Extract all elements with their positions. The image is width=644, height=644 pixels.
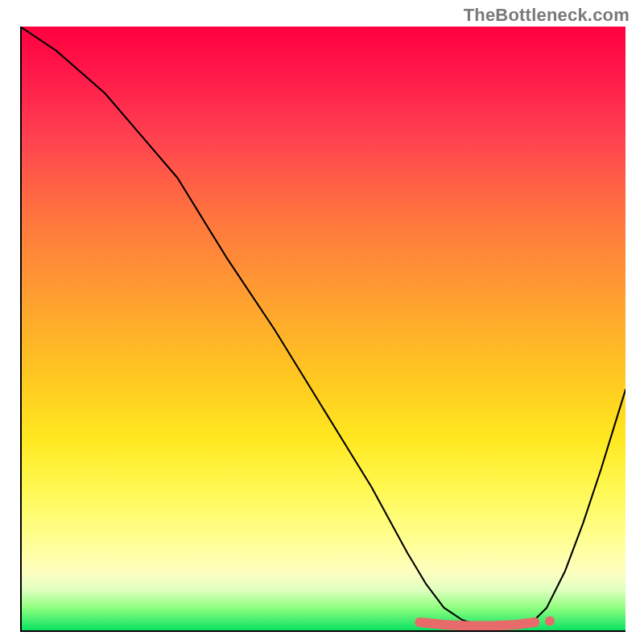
- watermark-text: TheBottleneck.com: [464, 5, 630, 26]
- optimal-range-highlight: [419, 622, 535, 626]
- highlight-dot: [545, 617, 555, 626]
- chart-area: [20, 27, 625, 632]
- bottleneck-curve: [20, 27, 625, 629]
- chart-svg: [20, 27, 625, 632]
